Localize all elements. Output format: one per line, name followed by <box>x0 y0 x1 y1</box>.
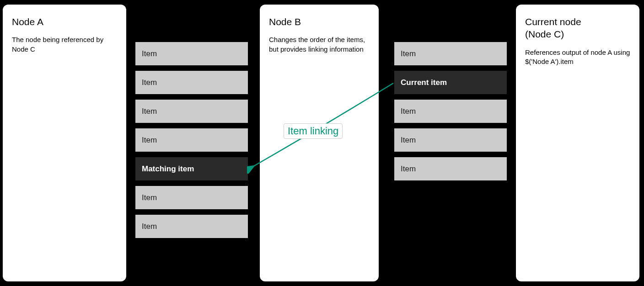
node-a-item-5: Item <box>135 186 248 209</box>
node-b-description: Changes the order of the items, but prov… <box>269 35 370 54</box>
node-a-panel: Node A The node being referenced by Node… <box>3 5 126 281</box>
node-b-item-0: Item <box>394 42 507 65</box>
node-b-title: Node B <box>269 16 370 28</box>
node-c-panel: Current node (Node C) References output … <box>516 5 639 281</box>
node-a-item-4: Matching item <box>135 157 248 180</box>
node-a-item-3: Item <box>135 128 248 152</box>
node-b-item-3: Item <box>394 128 507 152</box>
node-b-item-4: Item <box>394 157 507 180</box>
node-b-item-1: Current item <box>394 71 507 94</box>
node-c-title: Current node (Node C) <box>525 16 630 41</box>
item-linking-label: Item linking <box>284 123 343 139</box>
node-b-panel: Node B Changes the order of the items, b… <box>260 5 379 281</box>
node-a-item-6: Item <box>135 215 248 238</box>
node-a-description: The node being referenced by Node C <box>12 35 117 54</box>
node-b-item-2: Item <box>394 100 507 123</box>
node-c-description: References output of node A using $('Nod… <box>525 48 630 67</box>
node-a-item-1: Item <box>135 71 248 94</box>
node-b-items: ItemCurrent itemItemItemItem <box>394 42 507 180</box>
node-a-item-2: Item <box>135 100 248 123</box>
node-a-item-0: Item <box>135 42 248 65</box>
node-a-items: ItemItemItemItemMatching itemItemItem <box>135 42 248 238</box>
node-a-title: Node A <box>12 16 117 28</box>
